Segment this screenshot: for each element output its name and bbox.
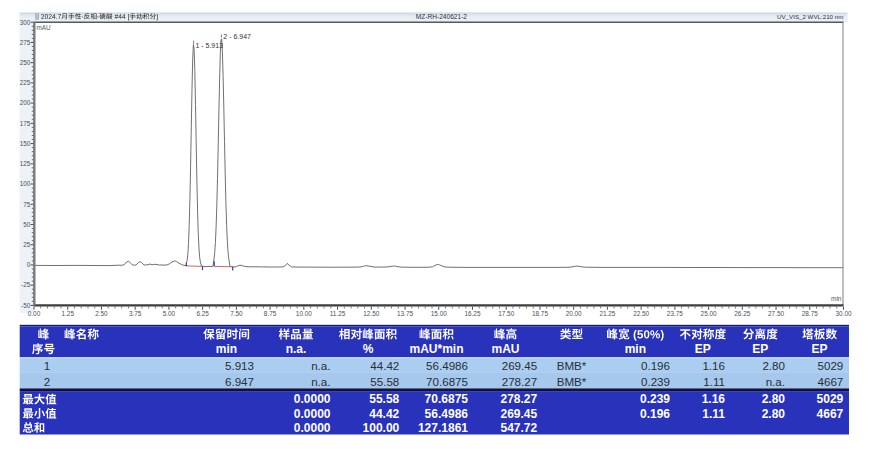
svg-text:275: 275 xyxy=(20,39,31,46)
svg-text:547.72: 547.72 xyxy=(500,421,537,435)
svg-text:150: 150 xyxy=(20,140,31,147)
svg-text:EP: EP xyxy=(695,342,711,356)
svg-text:6.25: 6.25 xyxy=(196,310,209,317)
svg-text:25: 25 xyxy=(23,241,31,248)
svg-text:0.0000: 0.0000 xyxy=(294,407,331,421)
svg-text:EP: EP xyxy=(812,342,828,356)
svg-text:mAU: mAU xyxy=(491,342,519,356)
svg-text:1.25: 1.25 xyxy=(62,310,75,317)
svg-text:0.196: 0.196 xyxy=(641,359,670,372)
svg-text:5.913: 5.913 xyxy=(225,359,254,372)
svg-text:3.75: 3.75 xyxy=(129,310,142,317)
svg-text:0.0000: 0.0000 xyxy=(294,421,331,435)
svg-text:2 - 6.947: 2 - 6.947 xyxy=(223,33,251,40)
svg-text:0.239: 0.239 xyxy=(641,375,670,388)
svg-text:44.42: 44.42 xyxy=(370,359,399,372)
svg-text:56.4986: 56.4986 xyxy=(426,359,468,372)
svg-text:0.0000: 0.0000 xyxy=(294,392,331,406)
svg-text:70.6875: 70.6875 xyxy=(426,375,468,388)
svg-text:6.947: 6.947 xyxy=(225,375,254,388)
svg-text:n.a.: n.a. xyxy=(766,375,785,388)
svg-text:23.75: 23.75 xyxy=(667,310,683,317)
svg-text:13.75: 13.75 xyxy=(397,310,413,317)
svg-text:17.50: 17.50 xyxy=(498,310,514,317)
svg-text:127.1861: 127.1861 xyxy=(418,421,468,435)
svg-text:mAU*min: mAU*min xyxy=(409,342,463,356)
svg-text:2.80: 2.80 xyxy=(762,407,786,421)
svg-text:21.25: 21.25 xyxy=(599,310,615,317)
svg-text:25.00: 25.00 xyxy=(701,310,717,317)
svg-text:4667: 4667 xyxy=(818,375,844,388)
svg-text:2: 2 xyxy=(44,375,50,388)
svg-text:278.27: 278.27 xyxy=(500,392,537,406)
svg-text:5.00: 5.00 xyxy=(163,310,176,317)
svg-text:1 - 5.913: 1 - 5.913 xyxy=(195,42,223,49)
svg-text:5029: 5029 xyxy=(817,392,844,406)
svg-text:1.11: 1.11 xyxy=(703,375,725,388)
svg-text:55.58: 55.58 xyxy=(370,375,399,388)
svg-text:100: 100 xyxy=(20,180,31,187)
svg-text:300: 300 xyxy=(20,19,31,26)
svg-text:min: min xyxy=(625,342,646,356)
svg-text:278.27: 278.27 xyxy=(502,375,537,388)
svg-text:200: 200 xyxy=(20,99,31,106)
svg-text:1.11: 1.11 xyxy=(702,407,725,421)
svg-text:225: 225 xyxy=(20,79,31,86)
svg-text:269.45: 269.45 xyxy=(500,407,537,421)
svg-text:%: % xyxy=(363,342,374,356)
svg-text:55.58: 55.58 xyxy=(369,392,399,406)
svg-text:n.a.: n.a. xyxy=(286,342,307,356)
svg-text:-25: -25 xyxy=(21,281,31,288)
svg-text:22.50: 22.50 xyxy=(633,310,649,317)
svg-text:44.42: 44.42 xyxy=(369,407,399,421)
svg-text:BMB*: BMB* xyxy=(557,375,587,388)
svg-text:27.50: 27.50 xyxy=(768,310,784,317)
svg-text:2.80: 2.80 xyxy=(762,392,786,406)
svg-text:175: 175 xyxy=(20,120,31,127)
svg-text:n.a.: n.a. xyxy=(311,359,330,372)
svg-text:0.196: 0.196 xyxy=(640,407,670,421)
svg-text:50: 50 xyxy=(23,221,31,228)
svg-text:0.00: 0.00 xyxy=(28,310,41,317)
svg-text:16.25: 16.25 xyxy=(464,310,480,317)
svg-text:2.80: 2.80 xyxy=(762,359,785,372)
svg-text:70.6875: 70.6875 xyxy=(425,392,469,406)
svg-text:8.75: 8.75 xyxy=(264,310,277,317)
svg-text:0.239: 0.239 xyxy=(640,392,670,406)
svg-text:UV_VIS_2 WVL:210 nm: UV_VIS_2 WVL:210 nm xyxy=(777,13,843,20)
svg-text:mAU: mAU xyxy=(37,24,51,31)
svg-text:n.a.: n.a. xyxy=(311,375,330,388)
svg-text:EP: EP xyxy=(752,342,768,356)
svg-text:30.00: 30.00 xyxy=(836,310,852,317)
svg-text:BMB*: BMB* xyxy=(557,359,587,372)
svg-text:1: 1 xyxy=(44,359,50,372)
svg-text:5029: 5029 xyxy=(818,359,844,372)
svg-text:10.00: 10.00 xyxy=(296,310,312,317)
svg-text:18.75: 18.75 xyxy=(532,310,548,317)
svg-text:2.50: 2.50 xyxy=(95,310,108,317)
svg-text:min: min xyxy=(831,295,842,302)
svg-text:1.16: 1.16 xyxy=(702,392,726,406)
svg-text:MZ-RH-240621-2: MZ-RH-240621-2 xyxy=(416,13,468,20)
svg-text:269.45: 269.45 xyxy=(502,359,537,372)
svg-text:15.00: 15.00 xyxy=(431,310,447,317)
svg-text:20.00: 20.00 xyxy=(566,310,582,317)
svg-text:125: 125 xyxy=(20,160,31,167)
svg-text:100.00: 100.00 xyxy=(363,421,400,435)
svg-text:28.75: 28.75 xyxy=(802,310,818,317)
svg-text:0: 0 xyxy=(27,261,31,268)
svg-text:-50: -50 xyxy=(21,302,31,309)
svg-text:26.25: 26.25 xyxy=(734,310,750,317)
svg-text:4667: 4667 xyxy=(817,407,844,421)
svg-text:75: 75 xyxy=(23,201,31,208)
svg-text:250: 250 xyxy=(20,59,31,66)
svg-text:7.50: 7.50 xyxy=(230,310,243,317)
svg-text:1.16: 1.16 xyxy=(702,359,725,372)
svg-text:56.4986: 56.4986 xyxy=(425,407,469,421)
svg-text:12.50: 12.50 xyxy=(363,310,379,317)
svg-text:11.25: 11.25 xyxy=(330,310,346,317)
svg-text:min: min xyxy=(216,342,237,356)
